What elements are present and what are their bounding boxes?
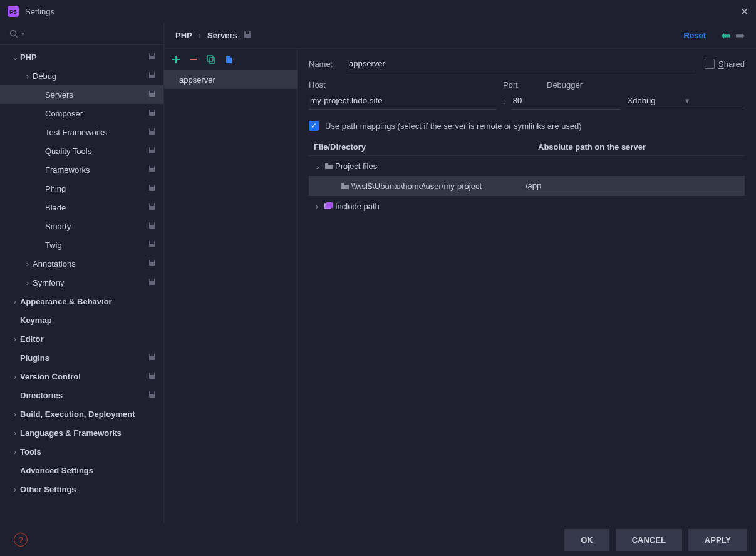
chevron-right-icon: › [311, 202, 323, 211]
chevron-right-icon: › [10, 447, 20, 456]
sidebar-item-label: Symfony [33, 278, 148, 287]
host-label: Host [309, 80, 497, 90]
save-icon [148, 391, 157, 399]
sidebar-item-smarty[interactable]: Smarty [0, 217, 163, 235]
debugger-value: Xdebug [628, 96, 686, 105]
sidebar-item-build-execution-deployment[interactable]: ›Build, Execution, Deployment [0, 404, 163, 423]
sidebar-item-frameworks[interactable]: Frameworks [0, 160, 163, 179]
chevron-right-icon: › [23, 259, 33, 269]
apply-button[interactable]: APPLY [688, 529, 747, 551]
sidebar-item-symfony[interactable]: ›Symfony [0, 273, 163, 292]
svg-rect-23 [150, 222, 154, 225]
sidebar-item-twig[interactable]: Twig [0, 235, 163, 254]
ok-button[interactable]: OK [564, 529, 609, 551]
svg-rect-44 [326, 202, 333, 208]
detail-pane: PHP › Servers Reset ⬅ ➡ appserver [164, 23, 756, 523]
port-field[interactable] [512, 92, 620, 110]
sidebar-item-tools[interactable]: ›Tools [0, 442, 163, 461]
project-path-row[interactable]: \\wsl$\Ubuntu\home\user\my-project /app [309, 176, 745, 196]
project-path: \\wsl$\Ubuntu\home\user\my-project [351, 182, 526, 191]
titlebar: PS Settings ✕ [0, 0, 756, 23]
import-button[interactable] [224, 55, 233, 64]
sidebar-item-servers[interactable]: Servers [0, 85, 163, 104]
sidebar-item-label: Composer [45, 109, 148, 118]
name-field[interactable]: appserver [348, 56, 696, 71]
save-icon [148, 165, 157, 174]
sidebar-item-plugins[interactable]: Plugins [0, 348, 163, 367]
svg-rect-35 [150, 391, 154, 394]
sidebar-item-composer[interactable]: Composer [0, 104, 163, 123]
chevron-right-icon: › [23, 71, 33, 81]
sidebar-item-languages-frameworks[interactable]: ›Languages & Frameworks [0, 423, 163, 442]
svg-rect-33 [150, 373, 154, 375]
sidebar-item-appearance-behavior[interactable]: ›Appearance & Behavior [0, 292, 163, 311]
svg-rect-7 [150, 72, 154, 75]
svg-line-3 [16, 36, 18, 38]
svg-rect-41 [207, 56, 213, 61]
svg-rect-37 [246, 31, 249, 34]
reset-button[interactable]: Reset [684, 31, 706, 40]
absolute-path-field[interactable]: /app [526, 180, 742, 192]
sidebar-item-advanced-settings[interactable]: Advanced Settings [0, 461, 163, 480]
search-dropdown-icon: ▾ [21, 30, 24, 37]
path-mappings-label: Use path mappings (select if the server … [325, 121, 582, 131]
svg-rect-42 [209, 58, 215, 63]
add-button[interactable] [172, 55, 180, 64]
window-title: Settings [25, 7, 740, 16]
sidebar-item-label: Version Control [20, 372, 148, 381]
shared-checkbox[interactable] [705, 59, 715, 69]
search-icon [9, 29, 19, 39]
sidebar-item-editor[interactable]: ›Editor [0, 329, 163, 348]
sidebar-item-debug[interactable]: ›Debug [0, 66, 163, 85]
svg-rect-25 [150, 241, 154, 244]
chevron-right-icon: › [10, 372, 20, 381]
nav-back-icon[interactable]: ⬅ [721, 29, 730, 43]
svg-rect-19 [150, 185, 154, 187]
chevron-down-icon: ▾ [685, 96, 743, 105]
breadcrumb-root[interactable]: PHP [175, 31, 192, 40]
chevron-right-icon: › [10, 297, 20, 306]
svg-rect-21 [150, 203, 154, 206]
path-mappings-checkbox[interactable]: ✓ [309, 121, 319, 131]
sidebar-item-version-control[interactable]: ›Version Control [0, 367, 163, 386]
chevron-down-icon: ⌄ [311, 162, 323, 171]
save-icon [148, 259, 157, 268]
chevron-right-icon: › [23, 278, 33, 287]
sidebar-item-php[interactable]: ⌄PHP [0, 48, 163, 66]
sidebar-item-directories[interactable]: Directories [0, 386, 163, 404]
save-icon [148, 203, 157, 212]
sidebar-item-test-frameworks[interactable]: Test Frameworks [0, 123, 163, 142]
sidebar-item-other-settings[interactable]: ›Other Settings [0, 480, 163, 498]
include-path-icon [323, 202, 335, 210]
server-list-item[interactable]: appserver [164, 70, 297, 89]
save-icon [148, 222, 157, 230]
sidebar-item-annotations[interactable]: ›Annotations [0, 254, 163, 273]
sidebar-item-label: Servers [45, 90, 148, 100]
remove-button[interactable] [189, 55, 198, 64]
close-icon[interactable]: ✕ [740, 6, 748, 18]
debugger-select[interactable]: Xdebug ▾ [626, 93, 745, 108]
app-icon: PS [8, 6, 19, 17]
sidebar-item-phing[interactable]: Phing [0, 179, 163, 198]
save-icon [148, 278, 157, 287]
cancel-button[interactable]: CANCEL [616, 529, 682, 551]
sidebar-item-label: Phing [45, 184, 148, 193]
save-icon [148, 71, 157, 80]
project-files-label: Project files [335, 162, 523, 171]
sidebar-item-label: Twig [45, 240, 148, 250]
svg-rect-29 [150, 279, 154, 281]
include-path-row[interactable]: › Include path [309, 196, 745, 216]
project-files-row[interactable]: ⌄ Project files [309, 156, 745, 176]
host-field[interactable] [309, 92, 497, 110]
svg-rect-13 [150, 128, 154, 131]
sidebar-item-blade[interactable]: Blade [0, 198, 163, 217]
nav-forward-icon[interactable]: ➡ [735, 29, 745, 43]
help-icon[interactable]: ? [14, 533, 28, 547]
sidebar-item-keymap[interactable]: Keymap [0, 311, 163, 329]
sidebar-item-quality-tools[interactable]: Quality Tools [0, 142, 163, 160]
sidebar-item-label: Appearance & Behavior [20, 297, 157, 306]
search-row[interactable]: ▾ [0, 23, 163, 45]
copy-button[interactable] [207, 55, 215, 64]
save-icon [244, 31, 251, 40]
chevron-right-icon: › [10, 428, 20, 438]
